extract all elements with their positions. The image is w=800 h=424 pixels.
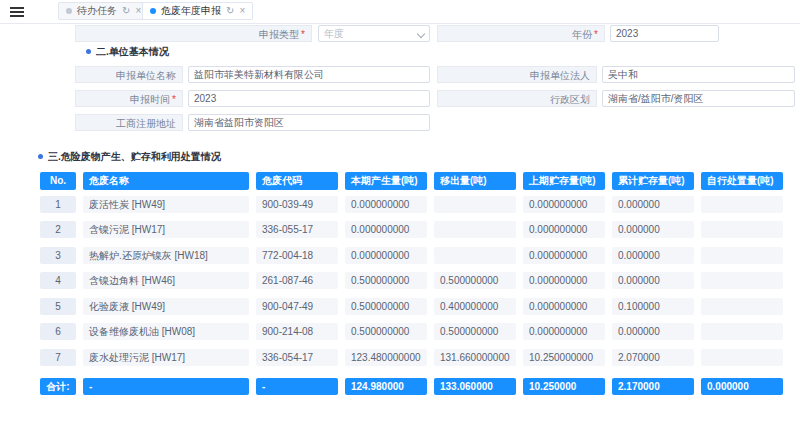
report-type-placeholder: 年度 [324,28,344,39]
row-no: 5 [40,298,76,315]
col-header-produced: 本期产生量(吨) [345,172,427,190]
waste-code-cell: 336-054-17 [256,349,338,366]
required-mark: * [301,29,305,40]
waste-name-cell: 废活性炭 [HW49] [83,196,249,213]
registered-address-label: 工商注册地址 [75,114,183,131]
produced-cell: 0.000000000 [345,196,427,213]
waste-name-cell: 热解炉.还原炉镍灰 [HW18] [83,247,249,264]
tab-bar: 待办任务 ↻ × 危废年度申报 ↻ × [0,0,800,24]
waste-code-cell: 336-055-17 [256,221,338,238]
required-mark: * [594,29,598,40]
waste-name-cell: 含镍污泥 [HW17] [83,221,249,238]
total-cum-storage-cell: 2.170000 [612,378,694,395]
waste-code-cell: 772-004-18 [256,247,338,264]
produced-cell: 0.500000000 [345,298,427,315]
self-disposal-cell [701,247,783,264]
self-disposal-cell [701,323,783,340]
produced-cell: 123.480000000 [345,349,427,366]
section-bullet-icon [38,154,43,159]
prev-storage-cell: 0.000000000 [523,247,605,264]
report-time-label: 申报时间* [75,90,183,107]
table-row: 1 废活性炭 [HW49] 900-039-49 0.000000000 0.0… [0,196,800,214]
waste-name-cell: 化验废液 [HW49] [83,298,249,315]
refresh-icon[interactable]: ↻ [122,6,130,16]
cum-storage-cell: 0.000000 [612,196,694,213]
legal-person-input[interactable] [602,66,795,83]
prev-storage-cell: 0.000000000 [523,323,605,340]
cum-storage-cell: 0.000000 [612,247,694,264]
unit-name-label: 申报单位名称 [75,66,183,83]
close-icon[interactable]: × [239,6,245,16]
tab-status-dot-icon [66,8,72,14]
prev-storage-cell: 0.000000000 [523,196,605,213]
section2-title: 二.单位基本情况 [96,46,169,58]
tab-todo-tasks[interactable]: 待办任务 ↻ × [58,2,149,20]
produced-cell: 0.000000000 [345,247,427,264]
refresh-icon[interactable]: ↻ [226,6,234,16]
row-no: 7 [40,349,76,366]
total-prev-storage-cell: 10.250000 [523,378,605,395]
cum-storage-cell: 0.000000 [612,272,694,289]
report-type-label: 申报类型* [75,25,312,42]
self-disposal-cell [701,196,783,213]
removed-cell [434,196,516,213]
waste-name-cell: 废水处理污泥 [HW17] [83,349,249,366]
waste-code-cell: 900-039-49 [256,196,338,213]
cum-storage-cell: 0.100000 [612,298,694,315]
hamburger-icon [10,11,24,13]
menu-toggle-button[interactable] [8,2,28,20]
cum-storage-cell: 2.070000 [612,349,694,366]
row-no: 2 [40,221,76,238]
row-no: 1 [40,196,76,213]
table-row: 2 含镍污泥 [HW17] 336-055-17 0.000000000 0.0… [0,221,800,239]
prev-storage-cell: 0.000000000 [523,221,605,238]
waste-code-cell: 900-214-08 [256,323,338,340]
waste-name-cell: 含镍边角料 [HW46] [83,272,249,289]
hazardous-waste-annual-report-page: 待办任务 ↻ × 危废年度申报 ↻ × 申报类型* 年度 年份* 二.单位基本情… [0,0,800,424]
removed-cell [434,221,516,238]
col-header-no: No. [40,172,76,190]
table-row: 7 废水处理污泥 [HW17] 336-054-17 123.480000000… [0,349,800,367]
table-row: 6 设备维修废机油 [HW08] 900-214-08 0.500000000 … [0,323,800,341]
admin-region-label: 行政区划 [437,90,597,107]
total-label: 合计: [40,378,76,395]
col-header-waste-name: 危废名称 [83,172,249,190]
waste-name-cell: 设备维修废机油 [HW08] [83,323,249,340]
removed-cell: 0.500000000 [434,272,516,289]
total-self-disposal-cell: 0.000000 [701,378,783,395]
col-header-self-disposal: 自行处置量(吨) [701,172,783,190]
tab-label: 危废年度申报 [161,4,221,18]
total-produced-cell: 124.980000 [345,378,427,395]
legal-person-label: 申报单位法人 [437,66,597,83]
self-disposal-cell [701,298,783,315]
waste-code-cell: 261-087-46 [256,272,338,289]
table-header-row: No. 危废名称 危废代码 本期产生量(吨) 移出量(吨) 上期贮存量(吨) 累… [0,172,800,190]
admin-region-input[interactable] [602,90,795,107]
row-no: 6 [40,323,76,340]
year-input[interactable] [610,25,719,42]
unit-name-input[interactable] [188,66,430,83]
close-icon[interactable]: × [135,6,141,16]
cum-storage-cell: 0.000000 [612,221,694,238]
prev-storage-cell: 0.000000000 [523,298,605,315]
removed-cell: 0.500000000 [434,323,516,340]
tab-label: 待办任务 [77,4,117,18]
registered-address-input[interactable] [188,114,430,131]
self-disposal-cell [701,349,783,366]
produced-cell: 0.500000000 [345,272,427,289]
removed-cell: 0.400000000 [434,298,516,315]
prev-storage-cell: 0.000000000 [523,272,605,289]
table-row: 4 含镍边角料 [HW46] 261-087-46 0.500000000 0.… [0,272,800,290]
cum-storage-cell: 0.000000 [612,323,694,340]
report-time-input[interactable] [188,90,430,107]
row-no: 4 [40,272,76,289]
self-disposal-cell [701,272,783,289]
col-header-removed: 移出量(吨) [434,172,516,190]
chevron-down-icon [417,30,425,38]
tab-annual-report[interactable]: 危废年度申报 ↻ × [142,2,253,20]
total-code-cell: - [256,378,338,395]
report-type-select[interactable]: 年度 [318,25,430,42]
col-header-waste-code: 危废代码 [256,172,338,190]
table-total-row: 合计: - - 124.980000 133.060000 10.250000 … [0,378,800,396]
table-row: 3 热解炉.还原炉镍灰 [HW18] 772-004-18 0.00000000… [0,247,800,265]
